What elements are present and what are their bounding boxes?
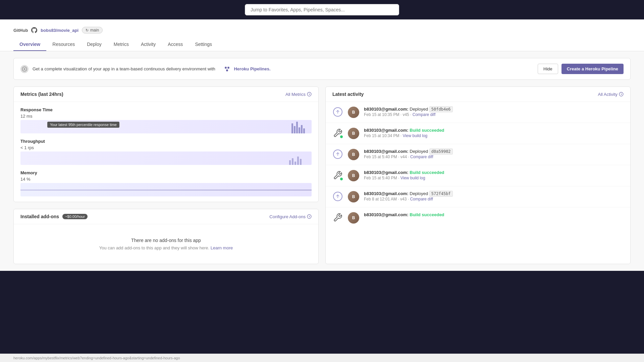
branch-badge[interactable]: ↻ main (82, 27, 103, 34)
memory-chart (20, 183, 312, 196)
compare-diff-link[interactable]: Compare diff (410, 197, 433, 201)
metrics-inner: Response Time 12 ms Your latest 95th per… (14, 102, 318, 202)
memory-value: 14 % (20, 177, 312, 182)
response-time-tooltip: Your latest 95th percentile response tim… (47, 122, 119, 128)
create-pipeline-button[interactable]: Create a Heroku Pipeline (561, 64, 624, 74)
tab-resources[interactable]: Resources (46, 38, 81, 51)
activity-user: b830103@gmail.com: (364, 191, 409, 196)
tab-access[interactable]: Access (162, 38, 189, 51)
activity-meta: Feb 8 at 12:01 AM · v43 · Compare diff (364, 197, 624, 201)
activity-text: b830103@gmail.com: Deployed 572f45bf Feb… (364, 191, 624, 201)
addons-title: Installed add-ons ~$0.00/hour (20, 214, 88, 219)
app-meta: GitHub bobs83/movie_api ↻ main (13, 23, 631, 38)
tab-metrics[interactable]: Metrics (108, 38, 135, 51)
global-search-input[interactable] (245, 4, 399, 15)
list-item: B b830103@gmail.com: Build succeeded Feb… (326, 165, 630, 186)
tab-overview[interactable]: Overview (13, 38, 46, 51)
bar (303, 128, 305, 133)
bar (292, 158, 293, 165)
build-success-dot (340, 177, 343, 181)
throughput-metric: Throughput < 1 rps (20, 139, 312, 165)
bar (296, 122, 298, 133)
commit-hash: 50fdb4e6 (429, 106, 453, 112)
heroku-pipelines-link[interactable]: Heroku Pipelines. (234, 66, 270, 71)
activity-user: b830103@gmail.com: (364, 149, 409, 154)
metrics-title: Metrics (last 24hrs) (20, 92, 63, 97)
bar (294, 126, 296, 133)
activity-text: b830103@gmail.com: Deployed 50fdb4e6 Feb… (364, 107, 624, 117)
bar (291, 123, 293, 133)
commit-hash: 572f45bf (429, 191, 453, 197)
memory-label: Memory (20, 170, 312, 175)
all-metrics-link[interactable]: All Metrics (285, 92, 312, 97)
svg-rect-1 (225, 67, 227, 68)
bar (297, 157, 299, 165)
tab-activity[interactable]: Activity (135, 38, 162, 51)
addons-empty-title: There are no add-ons for this app (20, 238, 312, 243)
addons-learn-more-link[interactable]: Learn more (211, 245, 233, 250)
tab-deploy[interactable]: Deploy (81, 38, 108, 51)
avatar: B (348, 128, 359, 139)
all-activity-icon (619, 92, 624, 97)
build-icon-wrapper (333, 128, 342, 138)
build-icon-wrapper (333, 213, 342, 222)
branch-sync-icon: ↻ (86, 28, 89, 33)
metrics-card: Metrics (last 24hrs) All Metrics Respons… (13, 86, 319, 202)
addons-header: Installed add-ons ~$0.00/hour Configure … (14, 209, 318, 224)
addons-body: There are no add-ons for this app You ca… (14, 224, 318, 264)
list-item: B b830103@gmail.com: Deployed d0a59902 F… (326, 144, 630, 165)
bar (289, 160, 291, 165)
list-item: B b830103@gmail.com: Build succeeded Feb… (326, 123, 630, 144)
avatar: B (348, 149, 359, 160)
tab-settings[interactable]: Settings (189, 38, 218, 51)
list-item: B b830103@gmail.com: Build succeeded (326, 207, 630, 228)
avatar: B (348, 191, 359, 202)
compare-diff-link[interactable]: Compare diff (410, 155, 433, 159)
all-activity-link[interactable]: All Activity (598, 92, 624, 97)
build-type-icon (332, 128, 343, 138)
activity-action: Build succeeded (410, 128, 444, 133)
two-col-layout: Metrics (last 24hrs) All Metrics Respons… (13, 86, 631, 264)
hide-button[interactable]: Hide (538, 64, 558, 74)
deploy-type-icon (332, 149, 343, 160)
activity-user: b830103@gmail.com: (364, 107, 409, 112)
activity-text: b830103@gmail.com: Build succeeded (364, 212, 624, 217)
github-label: GitHub (13, 28, 28, 33)
build-icon-wrapper (333, 171, 342, 180)
activity-header: Latest activity All Activity (326, 87, 630, 102)
activity-user: b830103@gmail.com: (364, 170, 409, 175)
addons-empty-sub: You can add add-ons to this app and they… (99, 245, 233, 250)
nav-tabs: Overview Resources Deploy Metrics Activi… (13, 38, 631, 51)
activity-text: b830103@gmail.com: Build succeeded Feb 1… (364, 128, 624, 138)
throughput-bars (289, 152, 302, 165)
activity-text: b830103@gmail.com: Deployed d0a59902 Feb… (364, 149, 624, 159)
github-icon (31, 27, 37, 33)
activity-action: Deployed (410, 107, 429, 112)
pipeline-icon (20, 65, 29, 73)
build-type-icon (332, 170, 343, 181)
repo-link[interactable]: bobs83/movie_api (41, 28, 78, 33)
bar (300, 159, 302, 165)
activity-meta: Feb 15 at 10:35 PM · v45 · Compare diff (364, 112, 624, 117)
activity-panel: Latest activity All Activity B (325, 86, 631, 264)
avatar: B (348, 170, 359, 181)
configure-addons-icon (307, 214, 312, 219)
pipeline-banner-actions: Hide Create a Heroku Pipeline (538, 64, 624, 74)
deploy-icon (333, 192, 342, 201)
view-build-log-link[interactable]: View build log (402, 133, 427, 138)
deploy-type-icon (332, 107, 343, 117)
bar (299, 127, 300, 133)
throughput-label: Throughput (20, 139, 312, 144)
response-time-label: Response Time (20, 107, 312, 112)
svg-rect-2 (228, 67, 229, 68)
activity-action: Deployed (410, 149, 429, 154)
compare-diff-link[interactable]: Compare diff (413, 112, 435, 117)
pipeline-banner-label: Get a complete visualization of your app… (33, 66, 215, 71)
list-item: B b830103@gmail.com: Deployed 50fdb4e6 F… (326, 102, 630, 123)
response-time-metric: Response Time 12 ms Your latest 95th per… (20, 107, 312, 133)
configure-addons-link[interactable]: Configure Add-ons (269, 214, 312, 219)
deploy-icon (333, 107, 342, 117)
response-time-chart: Your latest 95th percentile response tim… (20, 120, 312, 133)
view-build-log-link[interactable]: View build log (400, 176, 425, 180)
throughput-chart (20, 152, 312, 165)
